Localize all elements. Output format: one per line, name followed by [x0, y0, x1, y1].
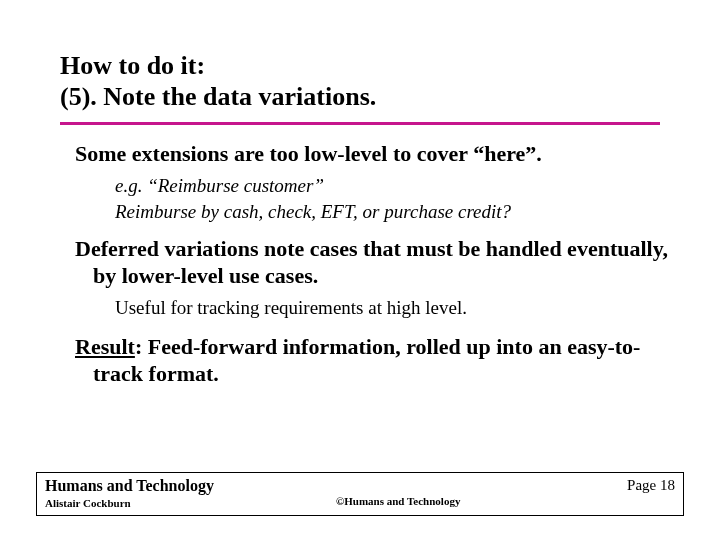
footer-page: Page 18	[627, 477, 675, 494]
title-line-2: (5). Note the data variations.	[60, 81, 376, 112]
paragraph-3: Result: Feed-forward information, rolled…	[75, 333, 675, 388]
footer-copyright: ©Humans and Technology	[336, 495, 619, 509]
slide: How to do it: (5). Note the data variati…	[0, 0, 720, 540]
example-text: e.g. “Reimburse customer”	[115, 175, 324, 196]
footer: Humans and Technology Alistair Cockburn …	[36, 472, 684, 516]
result-text: : Feed-forward information, rolled up in…	[93, 334, 640, 387]
result-label: Result	[75, 334, 135, 359]
footer-org: Humans and Technology	[45, 477, 328, 495]
page-label: Page	[627, 477, 656, 493]
title-divider	[60, 122, 660, 125]
paragraph-2: Deferred variations note cases that must…	[75, 235, 675, 290]
paragraph-2-sub-1: Useful for tracking requirements at high…	[115, 296, 675, 321]
slide-title: How to do it: (5). Note the data variati…	[60, 50, 376, 112]
paragraph-1-sub-2: Reimburse by cash, check, EFT, or purcha…	[115, 200, 675, 225]
paragraph-1-sub-1: e.g. “Reimburse customer”	[115, 174, 675, 199]
paragraph-1: Some extensions are too low-level to cov…	[75, 140, 675, 168]
title-line-1: How to do it:	[60, 50, 376, 81]
footer-author: Alistair Cockburn	[45, 497, 328, 509]
page-number: 18	[660, 477, 675, 493]
footer-left: Humans and Technology Alistair Cockburn	[45, 477, 328, 509]
slide-content: Some extensions are too low-level to cov…	[75, 140, 675, 394]
